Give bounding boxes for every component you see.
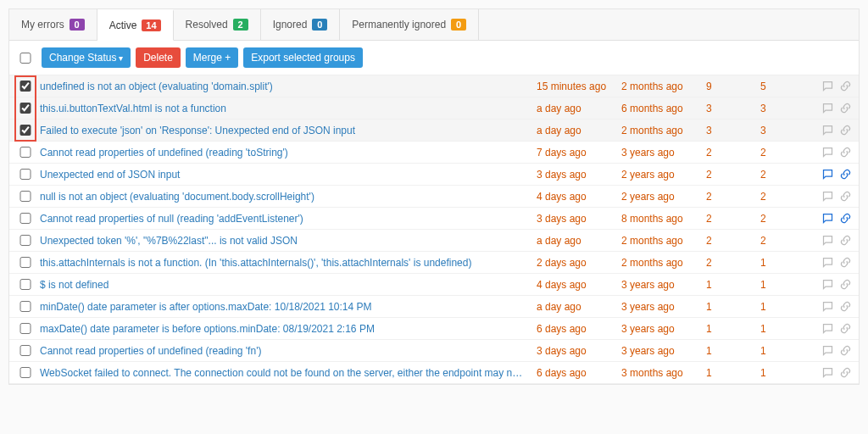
comment-icon[interactable] bbox=[821, 234, 834, 247]
export-button[interactable]: Export selected groups bbox=[243, 47, 363, 68]
row-icons bbox=[815, 146, 852, 159]
row-checkbox[interactable] bbox=[19, 257, 31, 268]
comment-icon[interactable] bbox=[821, 366, 834, 379]
link-icon[interactable] bbox=[839, 278, 852, 291]
link-icon[interactable] bbox=[839, 80, 852, 92]
tab-permanently-ignored[interactable]: Permanently ignored0 bbox=[340, 9, 479, 40]
last-seen: 15 minutes ago bbox=[537, 81, 621, 92]
last-seen: a day ago bbox=[537, 125, 621, 136]
comment-icon[interactable] bbox=[821, 278, 834, 291]
link-icon[interactable] bbox=[839, 102, 852, 114]
error-title-link[interactable]: Unexpected token '%', "%7B%22last"... is… bbox=[40, 235, 537, 247]
row-checkbox[interactable] bbox=[19, 301, 31, 312]
count-2: 1 bbox=[760, 301, 815, 313]
first-seen: 2 years ago bbox=[621, 169, 706, 181]
error-title-link[interactable]: this.ui.buttonTextVal.html is not a func… bbox=[40, 103, 537, 114]
last-seen: 6 days ago bbox=[537, 367, 621, 379]
error-title-link[interactable]: Cannot read properties of undefined (rea… bbox=[40, 345, 537, 357]
error-title-link[interactable]: null is not an object (evaluating 'docum… bbox=[40, 191, 537, 203]
tab-ignored[interactable]: Ignored0 bbox=[261, 9, 341, 40]
tab-my-errors[interactable]: My errors0 bbox=[9, 9, 97, 40]
link-icon[interactable] bbox=[839, 344, 852, 357]
comment-icon[interactable] bbox=[821, 124, 834, 136]
first-seen: 2 months ago bbox=[621, 257, 706, 269]
row-checkbox[interactable] bbox=[19, 345, 31, 356]
comment-icon[interactable] bbox=[821, 344, 834, 357]
error-title-link[interactable]: minDate() date parameter is after option… bbox=[40, 301, 537, 313]
row-icons bbox=[815, 124, 852, 136]
table-row: maxDate() date parameter is before optio… bbox=[9, 318, 859, 340]
table-row: Cannot read properties of undefined (rea… bbox=[9, 142, 859, 164]
link-icon[interactable] bbox=[839, 146, 852, 159]
tab-active[interactable]: Active14 bbox=[97, 9, 174, 41]
error-title-link[interactable]: this.attachInternals is not a function. … bbox=[40, 257, 537, 269]
error-title-link[interactable]: WebSocket failed to connect. The connect… bbox=[40, 367, 537, 379]
error-title-link[interactable]: maxDate() date parameter is before optio… bbox=[40, 323, 537, 335]
comment-icon[interactable] bbox=[821, 102, 834, 114]
table-row: Cannot read properties of undefined (rea… bbox=[9, 340, 859, 362]
count-2: 3 bbox=[760, 125, 815, 136]
table-row: null is not an object (evaluating 'docum… bbox=[9, 186, 859, 208]
count-1: 2 bbox=[706, 191, 760, 203]
count-2: 1 bbox=[760, 367, 815, 379]
change-status-button[interactable]: Change Status bbox=[42, 47, 131, 68]
link-icon[interactable] bbox=[839, 322, 852, 335]
count-2: 1 bbox=[760, 257, 815, 269]
error-title-link[interactable]: $ is not defined bbox=[40, 279, 537, 291]
table-row: Unexpected token '%', "%7B%22last"... is… bbox=[9, 230, 859, 252]
comment-icon[interactable] bbox=[821, 146, 834, 159]
link-icon[interactable] bbox=[839, 256, 852, 269]
row-checkbox[interactable] bbox=[19, 279, 31, 290]
comment-icon[interactable] bbox=[821, 300, 834, 313]
comment-icon[interactable] bbox=[821, 256, 834, 269]
comment-icon[interactable] bbox=[821, 212, 834, 225]
count-1: 2 bbox=[706, 257, 760, 269]
error-title-link[interactable]: Cannot read properties of undefined (rea… bbox=[40, 147, 537, 159]
last-seen: a day ago bbox=[537, 301, 621, 313]
comment-icon[interactable] bbox=[821, 168, 834, 181]
tab-resolved[interactable]: Resolved2 bbox=[174, 9, 261, 40]
error-title-link[interactable]: Failed to execute 'json' on 'Response': … bbox=[40, 125, 537, 136]
count-1: 9 bbox=[706, 81, 760, 92]
tab-label: My errors bbox=[21, 19, 64, 31]
comment-icon[interactable] bbox=[821, 190, 834, 203]
row-checkbox[interactable] bbox=[19, 367, 31, 378]
merge-button[interactable]: Merge bbox=[186, 47, 238, 68]
select-all-checkbox[interactable] bbox=[19, 53, 31, 64]
count-1: 3 bbox=[706, 103, 760, 114]
row-icons bbox=[815, 212, 852, 225]
count-2: 2 bbox=[760, 191, 815, 203]
link-icon[interactable] bbox=[839, 124, 852, 136]
link-icon[interactable] bbox=[839, 234, 852, 247]
error-list: undefined is not an object (evaluating '… bbox=[9, 75, 859, 384]
delete-button[interactable]: Delete bbox=[136, 47, 181, 68]
link-icon[interactable] bbox=[839, 300, 852, 313]
comment-icon[interactable] bbox=[821, 80, 834, 92]
comment-icon[interactable] bbox=[821, 322, 834, 335]
row-checkbox[interactable] bbox=[19, 169, 31, 180]
error-title-link[interactable]: undefined is not an object (evaluating '… bbox=[40, 81, 537, 92]
row-checkbox[interactable] bbox=[19, 147, 31, 158]
link-icon[interactable] bbox=[839, 366, 852, 379]
row-checkbox[interactable] bbox=[19, 213, 31, 224]
error-title-link[interactable]: Cannot read properties of null (reading … bbox=[40, 213, 537, 225]
count-1: 1 bbox=[706, 345, 760, 357]
row-checkbox[interactable] bbox=[19, 81, 31, 92]
link-icon[interactable] bbox=[839, 190, 852, 203]
row-icons bbox=[815, 168, 852, 181]
error-title-link[interactable]: Unexpected end of JSON input bbox=[40, 169, 537, 181]
table-row: this.attachInternals is not a function. … bbox=[9, 252, 859, 274]
row-checkbox[interactable] bbox=[19, 103, 31, 114]
count-2: 1 bbox=[760, 345, 815, 357]
row-checkbox[interactable] bbox=[19, 235, 31, 246]
count-1: 1 bbox=[706, 301, 760, 313]
tab-label: Permanently ignored bbox=[352, 19, 446, 31]
row-checkbox[interactable] bbox=[19, 323, 31, 334]
count-2: 2 bbox=[760, 147, 815, 159]
row-checkbox[interactable] bbox=[19, 125, 31, 136]
link-icon[interactable] bbox=[839, 168, 852, 181]
link-icon[interactable] bbox=[839, 212, 852, 225]
first-seen: 2 months ago bbox=[621, 81, 706, 92]
row-checkbox[interactable] bbox=[19, 191, 31, 202]
row-icons bbox=[815, 234, 852, 247]
